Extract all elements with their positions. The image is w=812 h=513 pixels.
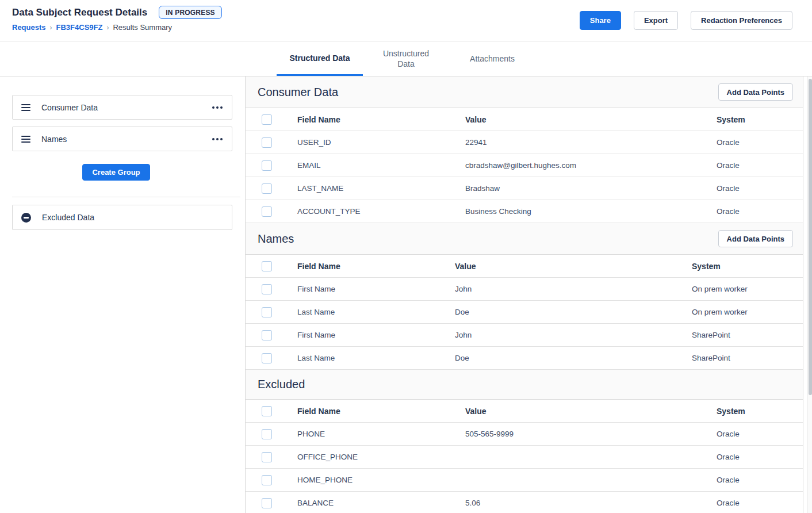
cell-system: Oracle xyxy=(707,430,803,438)
table-row: ACCOUNT_TYPE Business Checking Oracle xyxy=(246,200,803,223)
tab-structured-data-label: Structured Data xyxy=(289,53,350,63)
cell-field: HOME_PHONE xyxy=(288,476,456,484)
redaction-preferences-button[interactable]: Redaction Preferences xyxy=(691,11,792,30)
row-checkbox[interactable] xyxy=(262,498,272,508)
add-data-points-button[interactable]: Add Data Points xyxy=(718,230,793,247)
sidebar-group-names[interactable]: Names xyxy=(12,127,232,151)
row-checkbox[interactable] xyxy=(262,353,272,363)
table-row: First Name John On prem worker xyxy=(246,278,803,301)
cell-system: Oracle xyxy=(707,161,803,170)
section-title: Excluded xyxy=(258,378,305,391)
title-row: Data Subject Request Details IN PROGRESS xyxy=(12,6,222,19)
column-header-field: Field Name xyxy=(288,115,456,124)
row-checkbox[interactable] xyxy=(262,307,272,317)
cell-value: 22941 xyxy=(456,138,707,147)
table-row: PHONE 505-565-9999 Oracle xyxy=(246,423,803,446)
row-checkbox[interactable] xyxy=(262,429,272,439)
table-header-row: Field Name Value System xyxy=(246,108,803,131)
minus-circle-icon xyxy=(21,213,31,223)
row-checkbox[interactable] xyxy=(262,452,272,462)
section-header-names: Names Add Data Points xyxy=(246,223,803,255)
table-row: EMAIL cbradshaw@gilbert.hughes.com Oracl… xyxy=(246,154,803,177)
main-content: Consumer Data Add Data Points Field Name… xyxy=(245,76,803,513)
breadcrumb: Requests › FB3F4CS9FZ › Results Summary xyxy=(12,23,172,32)
column-header-value: Value xyxy=(456,407,707,416)
select-all-checkbox[interactable] xyxy=(262,114,272,125)
cell-system: Oracle xyxy=(707,207,803,216)
sidebar: Consumer Data Names Create Group Exclude… xyxy=(0,76,245,513)
breadcrumb-requests-link[interactable]: Requests xyxy=(12,23,46,32)
tab-structured-data[interactable]: Structured Data xyxy=(277,41,363,76)
table-row: OFFICE_PHONE Oracle xyxy=(246,446,803,469)
create-group-button[interactable]: Create Group xyxy=(82,164,150,181)
cell-value: Business Checking xyxy=(456,207,707,216)
export-button[interactable]: Export xyxy=(634,11,678,30)
select-all-checkbox[interactable] xyxy=(262,261,272,271)
create-group-wrap: Create Group xyxy=(0,164,232,181)
cell-value: John xyxy=(446,285,683,293)
table-row: BALANCE 5.06 Oracle xyxy=(246,492,803,513)
cell-value: 5.06 xyxy=(456,499,707,507)
cell-system: SharePoint xyxy=(683,354,803,362)
cell-system: On prem worker xyxy=(683,308,803,316)
hamburger-icon[interactable] xyxy=(21,104,30,111)
status-badge: IN PROGRESS xyxy=(159,6,222,19)
sidebar-excluded-data[interactable]: Excluded Data xyxy=(12,205,232,230)
cell-field: Last Name xyxy=(288,354,446,362)
cell-field: First Name xyxy=(288,331,446,339)
row-checkbox[interactable] xyxy=(262,183,272,194)
row-checkbox[interactable] xyxy=(262,160,272,171)
row-checkbox[interactable] xyxy=(262,284,272,294)
breadcrumb-request-id-link[interactable]: FB3F4CS9FZ xyxy=(56,23,103,32)
table-row: Last Name Doe On prem worker xyxy=(246,301,803,324)
section-header-excluded: Excluded xyxy=(246,370,803,400)
row-checkbox[interactable] xyxy=(262,206,272,217)
tab-bar: Structured Data Unstructured Data Attach… xyxy=(0,41,812,76)
hamburger-icon[interactable] xyxy=(21,136,30,143)
vertical-scrollbar-track[interactable] xyxy=(807,76,812,513)
select-all-checkbox[interactable] xyxy=(262,406,272,416)
column-header-system: System xyxy=(707,115,803,124)
table-row: Last Name Doe SharePoint xyxy=(246,347,803,370)
cell-value: Bradshaw xyxy=(456,184,707,193)
row-checkbox[interactable] xyxy=(262,475,272,485)
cell-system: Oracle xyxy=(707,453,803,461)
cell-field: OFFICE_PHONE xyxy=(288,453,456,461)
sidebar-group-label: Consumer Data xyxy=(41,103,98,112)
column-header-system: System xyxy=(707,407,803,416)
table-row: LAST_NAME Bradshaw Oracle xyxy=(246,177,803,200)
ellipsis-icon[interactable] xyxy=(211,103,224,112)
ellipsis-icon[interactable] xyxy=(211,135,224,144)
cell-field: EMAIL xyxy=(288,161,456,170)
page-header: Data Subject Request Details IN PROGRESS… xyxy=(0,0,812,41)
tab-unstructured-data[interactable]: Unstructured Data xyxy=(363,41,449,76)
cell-field: USER_ID xyxy=(288,138,456,147)
tabs: Structured Data Unstructured Data Attach… xyxy=(277,41,535,76)
add-data-points-button[interactable]: Add Data Points xyxy=(718,83,793,101)
chevron-right-icon: › xyxy=(106,24,109,32)
row-checkbox[interactable] xyxy=(262,330,272,340)
table-header-row: Field Name Value System xyxy=(246,255,803,278)
table-row: HOME_PHONE Oracle xyxy=(246,469,803,492)
cell-field: LAST_NAME xyxy=(288,184,456,193)
cell-value: cbradshaw@gilbert.hughes.com xyxy=(456,161,707,170)
page-title: Data Subject Request Details xyxy=(12,7,147,18)
sidebar-group-consumer-data[interactable]: Consumer Data xyxy=(12,95,232,120)
cell-value: 505-565-9999 xyxy=(456,430,707,438)
section-title: Consumer Data xyxy=(258,86,338,99)
row-checkbox[interactable] xyxy=(262,137,272,148)
cell-field: BALANCE xyxy=(288,499,456,507)
column-header-value: Value xyxy=(446,262,683,271)
table-row: USER_ID 22941 Oracle xyxy=(246,131,803,154)
tab-attachments[interactable]: Attachments xyxy=(449,41,535,76)
cell-system: SharePoint xyxy=(683,331,803,339)
cell-field: Last Name xyxy=(288,308,446,316)
vertical-scrollbar-thumb[interactable] xyxy=(809,79,812,395)
cell-field: ACCOUNT_TYPE xyxy=(288,207,456,216)
share-button[interactable]: Share xyxy=(580,11,621,30)
column-header-value: Value xyxy=(456,115,707,124)
section-header-consumer-data: Consumer Data Add Data Points xyxy=(246,76,803,108)
cell-value: John xyxy=(446,331,683,339)
cell-system: Oracle xyxy=(707,476,803,484)
column-header-field: Field Name xyxy=(288,262,446,271)
